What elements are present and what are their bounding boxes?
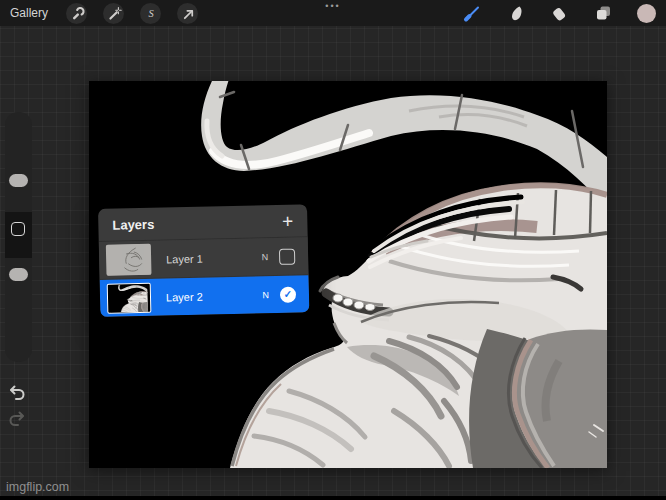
layer-row-1[interactable]: Layer 1 N	[99, 237, 309, 280]
layer-1-blend-mode[interactable]: N	[262, 252, 269, 262]
eraser-icon	[549, 3, 569, 23]
eraser-tool-button[interactable]	[549, 3, 569, 23]
selection-s-icon: S	[143, 5, 159, 21]
layers-panel-button[interactable]	[593, 3, 613, 23]
smudge-tool-button[interactable]	[505, 3, 525, 23]
undo-button[interactable]	[6, 382, 28, 404]
brush-opacity-slider[interactable]	[9, 268, 28, 281]
adjustments-button[interactable]	[103, 3, 124, 24]
layer-1-sketch	[106, 244, 152, 276]
color-swatch-button[interactable]	[637, 4, 656, 23]
layers-panel-header: Layers +	[98, 204, 308, 242]
wrench-icon	[69, 5, 85, 21]
procreate-window: Gallery S	[0, 0, 666, 500]
layer-2-thumbnail	[107, 282, 152, 313]
imgflip-watermark: imgflip.com	[6, 480, 69, 494]
layers-panel: Layers + Layer 1 N	[98, 204, 309, 317]
more-options-button[interactable]: •••	[325, 1, 340, 11]
layer-1-visibility-checkbox[interactable]	[279, 248, 295, 264]
modify-button[interactable]	[11, 222, 25, 236]
brush-size-slider[interactable]	[9, 174, 28, 187]
smudge-finger-icon	[505, 3, 525, 23]
top-toolbar: Gallery S	[0, 0, 666, 26]
undo-icon	[6, 382, 28, 404]
svg-text:S: S	[148, 8, 154, 19]
layer-row-2[interactable]: Layer 2 N ✓	[100, 275, 310, 317]
layer-2-blend-mode[interactable]: N	[262, 290, 269, 300]
layers-icon	[593, 3, 613, 23]
layer-2-visibility-checkbox[interactable]: ✓	[280, 286, 296, 302]
brush-sidebar	[5, 112, 32, 362]
gallery-button[interactable]: Gallery	[10, 6, 48, 20]
actions-button[interactable]	[66, 3, 87, 24]
toolbar-left-group: Gallery S	[10, 3, 198, 24]
layer-2-art	[108, 283, 151, 312]
transform-button[interactable]	[177, 3, 198, 24]
layer-1-thumbnail	[106, 244, 152, 276]
toolbar-right-group	[461, 3, 656, 23]
redo-button[interactable]	[6, 408, 28, 430]
check-icon: ✓	[284, 289, 293, 300]
brush-tool-button[interactable]	[461, 3, 481, 23]
layers-panel-title: Layers	[112, 216, 154, 232]
layer-1-name: Layer 1	[166, 251, 262, 265]
transform-arrow-icon	[180, 5, 196, 21]
magic-wand-icon	[106, 5, 122, 21]
paint-brush-icon	[461, 3, 481, 23]
layer-2-name: Layer 2	[166, 289, 263, 303]
selection-button[interactable]: S	[140, 3, 161, 24]
redo-icon	[6, 408, 28, 430]
bottom-border	[0, 496, 666, 500]
add-layer-button[interactable]: +	[282, 211, 294, 230]
